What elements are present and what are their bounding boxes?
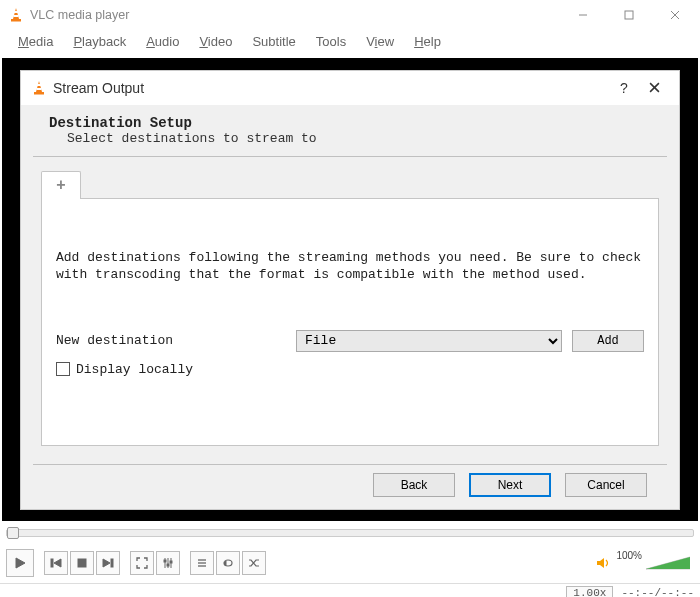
new-destination-label: New destination xyxy=(56,333,286,348)
dialog-subheading: Select destinations to stream to xyxy=(49,131,651,146)
svg-rect-9 xyxy=(37,84,41,86)
svg-rect-24 xyxy=(167,564,169,566)
play-button[interactable] xyxy=(6,549,34,577)
time-display: --:--/--:-- xyxy=(621,587,694,598)
minimize-button[interactable] xyxy=(560,0,606,30)
menu-tools[interactable]: Tools xyxy=(306,32,356,51)
close-button[interactable] xyxy=(652,0,698,30)
vlc-cone-icon xyxy=(8,7,24,23)
svg-rect-19 xyxy=(111,559,113,567)
stream-output-dialog: Stream Output ? Destination Setup Select… xyxy=(20,70,680,510)
back-button[interactable]: Back xyxy=(373,473,455,497)
menu-audio[interactable]: Audio xyxy=(136,32,189,51)
menu-media[interactable]: Media xyxy=(8,32,63,51)
menu-playback[interactable]: Playback xyxy=(63,32,136,51)
seek-slider[interactable] xyxy=(6,529,694,537)
dialog-heading: Destination Setup xyxy=(49,115,651,131)
dialog-help-button[interactable]: ? xyxy=(609,80,639,96)
window-title: VLC media player xyxy=(30,8,560,22)
svg-rect-3 xyxy=(11,19,21,22)
svg-rect-1 xyxy=(14,11,18,13)
svg-rect-11 xyxy=(34,92,44,95)
dialog-close-button[interactable] xyxy=(639,80,669,96)
volume-percent: 100% xyxy=(616,550,642,561)
speaker-icon[interactable] xyxy=(596,556,612,570)
svg-rect-25 xyxy=(170,561,172,563)
status-bar: 1.00x --:--/--:-- xyxy=(0,583,700,597)
svg-rect-5 xyxy=(625,11,633,19)
volume-slider[interactable] xyxy=(646,555,690,571)
add-button[interactable]: Add xyxy=(572,330,644,352)
menu-view[interactable]: View xyxy=(356,32,404,51)
shuffle-button[interactable] xyxy=(242,551,266,575)
menu-help[interactable]: Help xyxy=(404,32,451,51)
previous-button[interactable] xyxy=(44,551,68,575)
svg-marker-30 xyxy=(597,558,604,568)
svg-rect-23 xyxy=(164,560,166,562)
svg-rect-2 xyxy=(14,15,19,17)
menu-subtitle[interactable]: Subtitle xyxy=(242,32,305,51)
stop-button[interactable] xyxy=(70,551,94,575)
svg-marker-16 xyxy=(54,559,61,567)
svg-rect-17 xyxy=(78,559,86,567)
loop-button[interactable] xyxy=(216,551,240,575)
display-locally-label: Display locally xyxy=(76,362,193,377)
dialog-title: Stream Output xyxy=(53,80,609,96)
playback-speed[interactable]: 1.00x xyxy=(566,586,613,598)
video-background: Stream Output ? Destination Setup Select… xyxy=(2,58,698,521)
next-button[interactable] xyxy=(96,551,120,575)
panel-description: Add destinations following the streaming… xyxy=(56,249,644,284)
maximize-button[interactable] xyxy=(606,0,652,30)
svg-rect-10 xyxy=(37,88,42,90)
menu-bar: Media Playback Audio Video Subtitle Tool… xyxy=(0,30,700,52)
menu-video[interactable]: Video xyxy=(189,32,242,51)
vlc-cone-icon xyxy=(31,80,47,96)
fullscreen-button[interactable] xyxy=(130,551,154,575)
seek-bar-row xyxy=(6,525,694,541)
display-locally-checkbox[interactable] xyxy=(56,362,70,376)
svg-rect-15 xyxy=(51,559,53,567)
playlist-button[interactable] xyxy=(190,551,214,575)
destination-select[interactable]: File xyxy=(296,330,562,352)
add-tab-button[interactable]: + xyxy=(41,171,81,199)
transport-controls: 100% xyxy=(6,545,694,581)
seek-thumb[interactable] xyxy=(7,527,19,539)
plus-icon: + xyxy=(56,176,65,194)
extended-settings-button[interactable] xyxy=(156,551,180,575)
svg-marker-0 xyxy=(13,8,19,19)
window-titlebar: VLC media player xyxy=(0,0,700,30)
destination-panel: Add destinations following the streaming… xyxy=(41,198,659,446)
cancel-button[interactable]: Cancel xyxy=(565,473,647,497)
svg-marker-8 xyxy=(36,81,42,92)
svg-marker-18 xyxy=(103,559,110,567)
next-button[interactable]: Next xyxy=(469,473,551,497)
svg-marker-14 xyxy=(16,558,25,568)
